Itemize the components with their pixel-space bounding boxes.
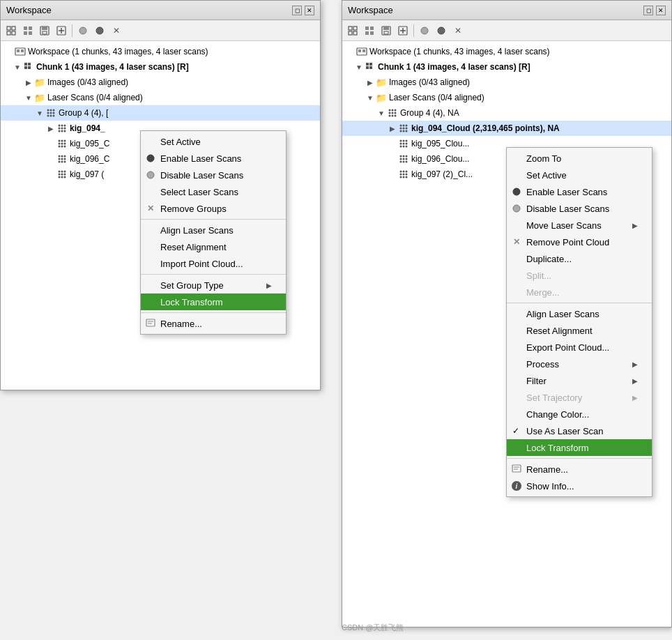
svg-rect-94: [366, 66, 369, 69]
svg-rect-6: [24, 31, 27, 35]
menu-right-remove[interactable]: ✕ Remove Point Cloud: [507, 234, 652, 250]
right-tree-kig094[interactable]: ▶ kig_094_Cloud (2,319,465 points), NA: [342, 121, 671, 136]
menu-right-change-color[interactable]: Change Color...: [507, 406, 652, 422]
menu-right-disable-label: Disable Laser Scans: [526, 204, 609, 214]
menu-set-active[interactable]: Set Active: [141, 133, 286, 150]
menu-import-point-cloud[interactable]: Import Point Cloud...: [141, 255, 286, 272]
tree-item-chunk1[interactable]: ▼ Chunk 1 (43 images, 4 laser scans) [R]: [1, 59, 320, 75]
tree-item-workspace-root[interactable]: Workspace (1 chunks, 43 images, 4 laser …: [1, 44, 320, 59]
menu-select-laser-scans[interactable]: Select Laser Scans: [141, 183, 286, 200]
left-toolbar-grid1[interactable]: [3, 23, 19, 38]
menu-reset-alignment[interactable]: Reset Alignment: [141, 238, 286, 255]
left-restore-btn[interactable]: ◻: [292, 6, 302, 15]
right-restore-btn[interactable]: ◻: [643, 6, 653, 15]
svg-point-125: [406, 155, 408, 158]
right-title-bar: Workspace ◻ ✕: [342, 1, 671, 20]
svg-rect-143: [512, 465, 521, 472]
menu-disable-laser-scans[interactable]: Disable Laser Scans: [141, 167, 286, 183]
right-toolbar-grid1[interactable]: [345, 23, 360, 38]
arrow-chunk1: ▼: [12, 61, 23, 73]
menu-lock-transform-left[interactable]: Lock Transform: [141, 294, 286, 310]
svg-point-45: [61, 143, 63, 145]
left-toolbar-save[interactable]: [37, 23, 52, 38]
menu-right-show-info[interactable]: i Show Info...: [507, 478, 652, 494]
right-toolbar-grid2[interactable]: [362, 23, 377, 38]
right-arrow-kig094: ▶: [387, 123, 398, 134]
menu-zoom-to[interactable]: Zoom To: [507, 150, 652, 167]
right-tree-laserscans[interactable]: ▼ 📁 Laser Scans (0/4 aligned): [342, 90, 671, 105]
menu-lock-label-left: Lock Transform: [160, 297, 223, 307]
menu-right-move[interactable]: Move Laser Scans ▶: [507, 217, 652, 234]
left-window-title: Workspace: [6, 5, 52, 15]
svg-point-15: [96, 27, 103, 34]
menu-set-group-type[interactable]: Set Group Type ▶: [141, 277, 286, 294]
right-close-btn[interactable]: ✕: [656, 6, 666, 15]
menu-right-enable[interactable]: Enable Laser Scans: [507, 183, 652, 200]
filter-arrow: ▶: [632, 377, 638, 385]
tree-label-workspace-root: Workspace (1 chunks, 43 images, 4 laser …: [28, 47, 208, 56]
menu-right-set-active[interactable]: Set Active: [507, 167, 652, 183]
right-tree-label-kig096: kig_096_Clou...: [411, 154, 469, 164]
left-close-btn[interactable]: ✕: [305, 6, 314, 15]
svg-rect-73: [349, 26, 352, 30]
menu-right-split[interactable]: Split...: [507, 267, 652, 284]
menu-rename-left[interactable]: Rename...: [141, 315, 286, 332]
menu-right-export[interactable]: Export Point Cloud...: [507, 339, 652, 356]
menu-right-align[interactable]: Align Laser Scans: [507, 305, 652, 322]
svg-point-60: [61, 171, 63, 173]
svg-point-100: [392, 112, 394, 114]
right-toolbar-circle2[interactable]: [434, 23, 449, 38]
menu-right-lock-transform[interactable]: Lock Transform: [507, 439, 652, 456]
right-tree-group4[interactable]: ▼ Group 4 (4), NA: [342, 105, 671, 121]
tree-item-laserscans[interactable]: ▼ 📁 Laser Scans (0/4 aligned): [1, 90, 320, 105]
right-tree-images[interactable]: ▶ 📁 Images (0/43 aligned): [342, 75, 671, 90]
disable-circle-icon: [145, 169, 156, 181]
left-toolbar-add[interactable]: [54, 23, 69, 38]
left-toolbar-circle2[interactable]: [92, 23, 107, 38]
left-toolbar-grid2[interactable]: [20, 23, 36, 38]
svg-rect-92: [366, 63, 369, 66]
menu-remove-groups[interactable]: ✕ Remove Groups: [141, 200, 286, 217]
svg-rect-10: [43, 31, 47, 34]
tree-item-group4[interactable]: ▼ Group 4 (4), [: [1, 105, 320, 121]
menu-right-disable[interactable]: Disable Laser Scans: [507, 200, 652, 217]
menu-right-use-as-laser[interactable]: ✓ Use As Laser Scan: [507, 422, 652, 439]
svg-point-101: [395, 112, 397, 114]
menu-right-set-trajectory[interactable]: Set Trajectory ▶: [507, 389, 652, 406]
tree-item-images[interactable]: ▶ 📁 Images (0/43 aligned): [1, 75, 320, 90]
menu-right-duplicate[interactable]: Duplicate...: [507, 250, 652, 267]
right-toolbar-save[interactable]: [379, 23, 394, 38]
tree-label-group4: Group 4 (4), [: [59, 108, 108, 118]
menu-right-merge[interactable]: Merge...: [507, 284, 652, 300]
tree-label-kig096: kig_096_C: [70, 154, 109, 164]
menu-right-reset[interactable]: Reset Alignment: [507, 322, 652, 339]
tree-label-kig095: kig_095_C: [70, 139, 109, 148]
right-toolbar-close[interactable]: ✕: [450, 23, 466, 38]
icon-kig094: [56, 123, 68, 134]
watermark: CSDN @天胜飞熊: [342, 623, 404, 633]
svg-point-55: [64, 158, 66, 160]
svg-point-59: [59, 171, 61, 173]
right-tree-workspace-root[interactable]: Workspace (1 chunks, 43 images, 4 laser …: [342, 44, 671, 59]
menu-align-laser-scans[interactable]: Align Laser Scans: [141, 222, 286, 238]
svg-point-69: [147, 172, 154, 178]
left-toolbar-circle1[interactable]: [75, 23, 91, 38]
right-icon-kig094: [398, 123, 409, 134]
right-tree-chunk1[interactable]: ▼ Chunk 1 (43 images, 4 laser scans) [R]: [342, 59, 671, 75]
left-toolbar-close[interactable]: ✕: [109, 23, 124, 38]
svg-rect-2: [7, 31, 10, 35]
menu-right-rename[interactable]: Rename...: [507, 461, 652, 478]
menu-right-laser-label: Use As Laser Scan: [526, 426, 604, 436]
menu-right-process[interactable]: Process ▶: [507, 356, 652, 372]
svg-point-52: [64, 155, 66, 158]
menu-right-duplicate-label: Duplicate...: [526, 254, 572, 264]
menu-right-filter[interactable]: Filter ▶: [507, 372, 652, 389]
right-toolbar-circle1[interactable]: [417, 23, 432, 38]
right-tree-label-images: Images (0/43 aligned): [389, 77, 470, 87]
right-arrow-workspace: [345, 46, 356, 57]
menu-align-label: Align Laser Scans: [160, 225, 234, 236]
svg-point-54: [61, 158, 63, 160]
menu-right-set-active-label: Set Active: [526, 170, 567, 181]
menu-enable-laser-scans[interactable]: Enable Laser Scans: [141, 150, 286, 167]
right-toolbar-add[interactable]: [395, 23, 411, 38]
